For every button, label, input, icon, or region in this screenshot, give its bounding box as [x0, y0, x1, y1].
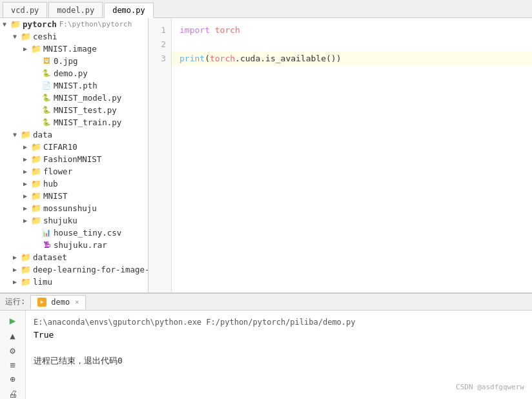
tree-label-mnist-model: MNIST_model.py — [54, 93, 121, 103]
tree-item-0jpg[interactable]: 🖼 0.jpg — [0, 55, 148, 67]
arrow-fashionmnist: ▶ — [23, 156, 31, 163]
tree-item-shujuku-folder[interactable]: ▶ 📁 shujuku — [0, 214, 148, 227]
file-icon-0jpg: 🖼 — [41, 57, 52, 65]
tree-label-deep-learning: deep-learning-for-image-p... — [33, 265, 148, 274]
tree-label-cifar10: CIFAR10 — [43, 142, 77, 152]
code-line-1: import torch — [179, 25, 240, 35]
tab-vcd-label: vcd.py — [11, 6, 39, 15]
editor-tab-bar: vcd.py model.py demo.py — [0, 0, 532, 18]
folder-icon-limu: 📁 — [21, 277, 31, 287]
tree-item-mnist-train[interactable]: 🐍 MNIST_train.py — [0, 116, 148, 128]
file-icon-mnist-train: 🐍 — [41, 118, 52, 127]
code-container[interactable]: 1 2 3 import torch print(torch.cuda.is_a… — [148, 18, 532, 292]
arrow-pytorch: ▼ — [3, 21, 10, 28]
code-line-3: print(torch.cuda.is_available()) — [172, 52, 532, 66]
file-tree-sidebar: ▼ 📁 pytorch F:\python\pytorch ▼ 📁 ceshi … — [0, 18, 148, 292]
tree-item-mnist-test[interactable]: 🐍 MNIST_test.py — [0, 104, 148, 116]
arrow-shujuku: ▶ — [23, 217, 31, 224]
folder-icon-mnist-sub: 📁 — [31, 191, 41, 201]
arrow-cifar10: ▶ — [23, 143, 31, 150]
tree-item-flower[interactable]: ▶ 📁 flower — [0, 165, 148, 178]
align-button[interactable]: ≡ — [5, 360, 21, 370]
tab-vcd[interactable]: vcd.py — [3, 2, 47, 17]
tree-item-mnist-model[interactable]: 🐍 MNIST_model.py — [0, 92, 148, 104]
tree-item-ceshi[interactable]: ▼ 📁 ceshi — [0, 30, 148, 43]
line-numbers: 1 2 3 — [148, 18, 172, 292]
code-content[interactable]: import torch print(torch.cuda.is_availab… — [172, 18, 532, 292]
tree-label-limu: limu — [33, 277, 52, 287]
folder-icon-shujuku: 📁 — [31, 216, 41, 225]
file-icon-house-csv: 📊 — [41, 229, 52, 237]
settings-button[interactable]: ⚙ — [5, 345, 21, 355]
tree-item-deep-learning[interactable]: ▶ 📁 deep-learning-for-image-p... — [0, 263, 148, 276]
tree-label-mnist-sub: MNIST — [43, 191, 68, 201]
tree-item-hub[interactable]: ▶ 📁 hub — [0, 178, 148, 190]
code-editor-area: 1 2 3 import torch print(torch.cuda.is_a… — [148, 18, 532, 292]
tree-item-cifar10[interactable]: ▶ 📁 CIFAR10 — [0, 141, 148, 153]
folder-icon-mnist-image: 📁 — [31, 44, 41, 54]
bottom-content: ▶ ▲ ⚙ ≡ ⊕ 🖨 E:\anaconda\envs\gputorch\py… — [0, 311, 532, 399]
folder-icon-flower: 📁 — [31, 167, 41, 176]
tab-model[interactable]: model.py — [48, 2, 103, 17]
tree-label-mnist-image: MNIST.image — [43, 44, 97, 54]
tree-item-limu[interactable]: ▶ 📁 limu — [0, 276, 148, 288]
main-area: ▼ 📁 pytorch F:\python\pytorch ▼ 📁 ceshi … — [0, 18, 532, 292]
tree-label-pytorch: pytorch — [23, 19, 57, 29]
tree-label-fashionmnist: FashionMNIST — [43, 154, 101, 164]
bottom-toolbar: ▶ ▲ ⚙ ≡ ⊕ 🖨 — [0, 311, 26, 399]
arrow-dataset: ▶ — [13, 254, 21, 261]
bottom-tab-bar: 运行: ▶ demo ✕ — [0, 294, 532, 311]
tree-item-dataset[interactable]: ▶ 📁 dataset — [0, 251, 148, 263]
scroll-up-button[interactable]: ▲ — [5, 331, 21, 341]
folder-icon-mossunshuju: 📁 — [31, 203, 41, 213]
tree-item-mossunshuju[interactable]: ▶ 📁 mossunshuju — [0, 202, 148, 214]
tree-label-hub: hub — [43, 179, 58, 189]
file-icon-mnist-model: 🐍 — [41, 94, 52, 102]
tree-item-house-csv[interactable]: 📊 house_tiny.csv — [0, 227, 148, 239]
add-button[interactable]: ⊕ — [5, 374, 21, 384]
tab-demo[interactable]: demo.py — [104, 3, 154, 18]
bottom-tab-demo-label: demo — [51, 298, 70, 307]
tree-label-shujuku-rar: shujuku.rar — [54, 240, 107, 250]
tree-label-shujuku-folder: shujuku — [43, 216, 77, 225]
folder-icon-fashionmnist: 📁 — [31, 154, 41, 164]
bottom-tab-demo[interactable]: ▶ demo ✕ — [30, 295, 86, 309]
tree-item-fashionmnist[interactable]: ▶ 📁 FashionMNIST — [0, 153, 148, 165]
folder-icon-hub: 📁 — [31, 179, 41, 189]
file-icon-demo-py: 🐍 — [41, 69, 52, 77]
tree-item-data[interactable]: ▼ 📁 data — [0, 128, 148, 141]
folder-icon-cifar10: 📁 — [31, 142, 41, 152]
bottom-run-label: 运行: — [5, 296, 25, 307]
file-icon-shujuku-rar: 🗜 — [41, 241, 52, 249]
bottom-tab-close[interactable]: ✕ — [75, 298, 79, 305]
file-icon-mnist-test: 🐍 — [41, 106, 52, 114]
tree-item-demo-py[interactable]: 🐍 demo.py — [0, 67, 148, 79]
demo-tab-icon: ▶ — [37, 298, 46, 307]
folder-icon-ceshi: 📁 — [21, 32, 31, 41]
tree-label-mnist-train: MNIST_train.py — [54, 118, 121, 127]
folder-icon-deep-learning: 📁 — [21, 265, 31, 274]
output-exit-message: 进程已结束，退出代码0 — [34, 354, 524, 367]
tree-label-data: data — [33, 130, 52, 139]
folder-icon-dataset: 📁 — [21, 252, 31, 262]
tree-label-mnist-test: MNIST_test.py — [54, 105, 117, 115]
tree-path-pytorch: F:\python\pytorch — [59, 20, 132, 28]
tree-label-ceshi: ceshi — [33, 32, 57, 41]
bottom-panel: 运行: ▶ demo ✕ ▶ ▲ ⚙ ≡ ⊕ 🖨 E:\anaconda\env… — [0, 292, 532, 399]
arrow-mossunshuju: ▶ — [23, 205, 31, 212]
arrow-mnist-image: ▶ — [23, 45, 31, 52]
tree-item-mnist-pth[interactable]: 📄 MNIST.pth — [0, 79, 148, 92]
arrow-hub: ▶ — [23, 180, 31, 187]
tree-item-shujuku-rar[interactable]: 🗜 shujuku.rar — [0, 239, 148, 251]
tree-item-mnist-image[interactable]: ▶ 📁 MNIST.image — [0, 43, 148, 55]
arrow-ceshi: ▼ — [13, 33, 21, 40]
tab-demo-label: demo.py — [112, 6, 145, 15]
tree-item-mnist-sub[interactable]: ▶ 📁 MNIST — [0, 190, 148, 202]
arrow-flower: ▶ — [23, 168, 31, 175]
tree-label-flower: flower — [43, 167, 72, 176]
tree-item-pytorch[interactable]: ▼ 📁 pytorch F:\python\pytorch — [0, 18, 148, 30]
run-button[interactable]: ▶ — [5, 314, 21, 327]
output-result: True — [34, 329, 524, 342]
print-button[interactable]: 🖨 — [5, 389, 21, 399]
file-icon-pth: 📄 — [41, 81, 52, 90]
